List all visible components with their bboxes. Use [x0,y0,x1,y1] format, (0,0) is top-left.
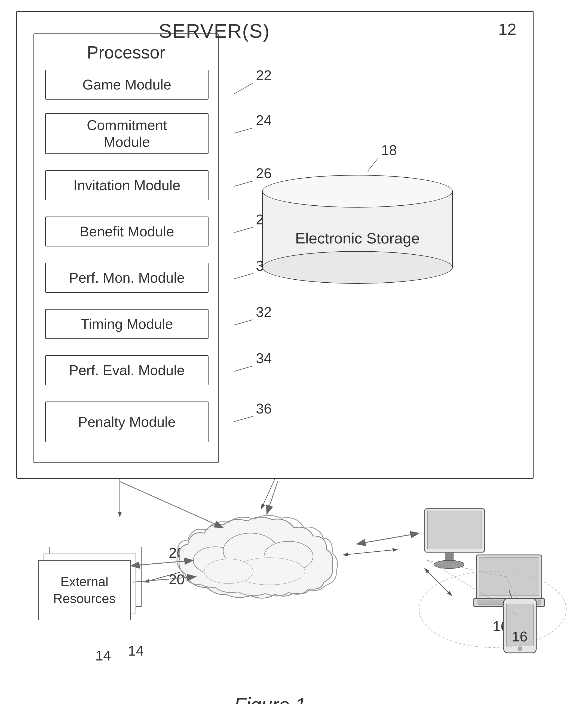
svg-point-45 [518,647,522,651]
perf-mon-module-box: Perf. Mon. Module [45,263,209,293]
timing-module-box: Timing Module [45,309,209,339]
penalty-module-box: Penalty Module [45,402,209,442]
diagram-container: SERVER(S) 12 Processor Game Module Commi… [16,11,572,688]
invitation-module-label: Invitation Module [70,174,183,196]
commitment-module-box: CommitmentModule [45,113,209,154]
resource-box-front: ExternalResources [38,561,131,620]
game-module-label: Game Module [80,73,174,96]
svg-text:14: 14 [128,643,144,658]
benefit-module-box: Benefit Module [45,217,209,246]
commitment-module-label: CommitmentModule [84,114,170,154]
penalty-module-label: Penalty Module [75,411,178,433]
client-devices [397,501,583,664]
perf-eval-module-label: Perf. Eval. Module [66,359,188,382]
storage-cylinder: Electronic Storage [262,175,453,316]
network-ref-label: 20 [169,571,184,588]
storage-container: Electronic Storage [262,175,453,316]
client-ref-label: 16 [512,628,528,645]
svg-line-19 [261,479,275,509]
invitation-module-box: Invitation Module [45,170,209,200]
network-cloud [174,506,365,615]
processor-box: Processor Game Module CommitmentModule I… [34,34,219,463]
svg-point-34 [204,559,253,584]
storage-label: Electronic Storage [295,229,420,247]
cylinder-top [262,175,453,208]
game-module-box: Game Module [45,70,209,100]
cylinder-bottom [262,251,453,284]
perf-mon-module-label: Perf. Mon. Module [66,267,188,289]
external-resources-label: ExternalResources [53,574,115,607]
benefit-module-label: Benefit Module [77,220,177,243]
processor-label: Processor [87,43,165,63]
figure-label: Figure 1 [234,694,306,704]
external-ref-label: 14 [95,647,111,664]
server-box: SERVER(S) 12 Processor Game Module Commi… [16,11,534,479]
perf-eval-module-box: Perf. Eval. Module [45,355,209,385]
server-ref: 12 [498,20,517,39]
timing-module-label: Timing Module [78,313,175,335]
svg-rect-36 [427,511,482,549]
